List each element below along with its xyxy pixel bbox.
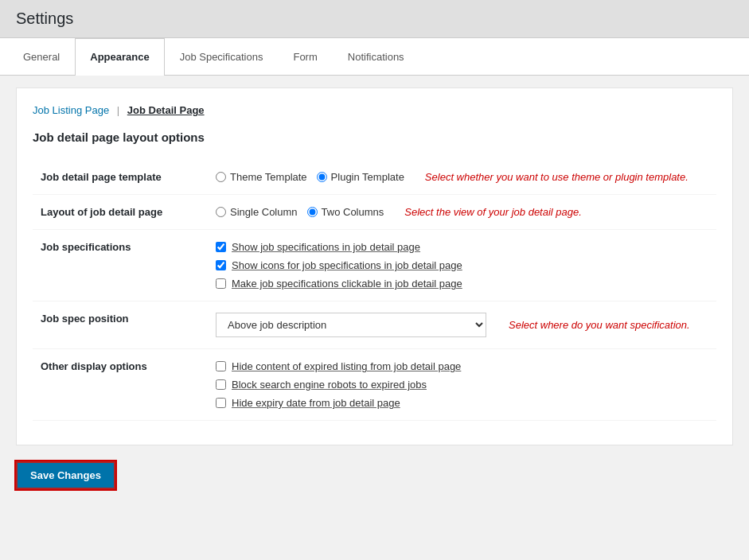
other-display-controls: Hide content of expired listing from job… [208, 349, 716, 421]
hide-expiry-checkbox[interactable] [216, 398, 226, 408]
theme-template-option[interactable]: Theme Template [216, 171, 307, 183]
page-wrapper: Settings General Appearance Job Specific… [0, 0, 749, 489]
layout-radio-group: Single Column Two Columns Select the vie… [216, 206, 708, 218]
template-controls: Theme Template Plugin Template Select wh… [208, 160, 716, 195]
clickable-specs-option[interactable]: Make job specifications clickable in job… [216, 278, 708, 290]
layout-row: Layout of job detail page Single Column … [33, 195, 716, 230]
tabs-bar: General Appearance Job Specifications Fo… [0, 38, 749, 76]
show-specs-text: Show job specifications in job detail pa… [232, 241, 420, 253]
spec-position-annotation: Select where do you want specification. [509, 319, 690, 331]
save-changes-button[interactable]: Save Changes [16, 461, 115, 489]
spec-position-wrapper: Above job description Below job descript… [216, 313, 708, 337]
spec-position-controls: Above job description Below job descript… [208, 301, 716, 349]
theme-template-label: Theme Template [230, 171, 307, 183]
layout-controls: Single Column Two Columns Select the vie… [208, 195, 716, 230]
save-btn-area: Save Changes [16, 461, 733, 489]
tab-form[interactable]: Form [278, 38, 332, 76]
job-specs-row: Job specifications Show job specificatio… [33, 230, 716, 301]
tab-job-specifications[interactable]: Job Specifications [165, 38, 279, 76]
show-specs-checkbox[interactable] [216, 242, 226, 252]
two-columns-radio[interactable] [307, 207, 318, 217]
job-specs-controls: Show job specifications in job detail pa… [208, 230, 716, 301]
layout-annotation: Select the view of your job detail page. [404, 206, 582, 218]
two-columns-option[interactable]: Two Columns [307, 206, 384, 218]
tab-appearance[interactable]: Appearance [75, 38, 164, 76]
tab-notifications[interactable]: Notifications [333, 38, 419, 76]
template-label: Job detail page template [33, 160, 208, 195]
clickable-specs-checkbox[interactable] [216, 278, 226, 289]
job-specs-checkboxes: Show job specifications in job detail pa… [216, 241, 708, 290]
show-specs-option[interactable]: Show job specifications in job detail pa… [216, 241, 708, 253]
breadcrumb-active: Job Detail Page [127, 104, 205, 116]
spec-position-label: Job spec position [33, 301, 208, 349]
other-display-label: Other display options [33, 349, 208, 421]
spec-position-select[interactable]: Above job description Below job descript… [216, 313, 486, 337]
plugin-template-radio[interactable] [317, 172, 327, 182]
single-column-radio[interactable] [216, 207, 226, 217]
section-title: Job detail page layout options [33, 130, 716, 144]
two-columns-label: Two Columns [322, 206, 384, 218]
show-icons-option[interactable]: Show icons for job specifications in job… [216, 259, 708, 271]
single-column-label: Single Column [230, 206, 298, 218]
template-row: Job detail page template Theme Template … [33, 160, 716, 195]
settings-table: Job detail page template Theme Template … [33, 160, 716, 421]
hide-expired-text: Hide content of expired listing from job… [232, 360, 461, 372]
block-robots-text: Block search engine robots to expired jo… [232, 379, 427, 391]
other-display-checkboxes: Hide content of expired listing from job… [216, 360, 708, 409]
hide-expired-checkbox[interactable] [216, 361, 226, 371]
layout-label: Layout of job detail page [33, 195, 208, 230]
hide-expiry-option[interactable]: Hide expiry date from job detail page [216, 397, 708, 409]
page-title: Settings [0, 0, 749, 38]
single-column-option[interactable]: Single Column [216, 206, 298, 218]
theme-template-radio[interactable] [216, 172, 226, 182]
breadcrumb: Job Listing Page | Job Detail Page [33, 104, 716, 116]
show-icons-checkbox[interactable] [216, 260, 226, 270]
template-annotation: Select whether you want to use theme or … [425, 171, 689, 183]
show-icons-text: Show icons for job specifications in job… [232, 259, 462, 271]
tab-general[interactable]: General [8, 38, 75, 76]
block-robots-option[interactable]: Block search engine robots to expired jo… [216, 379, 708, 391]
plugin-template-label: Plugin Template [331, 171, 404, 183]
template-radio-group: Theme Template Plugin Template Select wh… [216, 171, 708, 183]
content-area: Job Listing Page | Job Detail Page Job d… [16, 88, 733, 445]
hide-expired-option[interactable]: Hide content of expired listing from job… [216, 360, 708, 372]
spec-position-row: Job spec position Above job description … [33, 301, 716, 349]
other-display-row: Other display options Hide content of ex… [33, 349, 716, 421]
hide-expiry-text: Hide expiry date from job detail page [232, 397, 400, 409]
block-robots-checkbox[interactable] [216, 379, 226, 390]
job-specs-label: Job specifications [33, 230, 208, 301]
clickable-specs-text: Make job specifications clickable in job… [232, 278, 462, 290]
breadcrumb-link[interactable]: Job Listing Page [33, 104, 109, 116]
plugin-template-option[interactable]: Plugin Template [317, 171, 404, 183]
breadcrumb-separator: | [117, 104, 119, 116]
